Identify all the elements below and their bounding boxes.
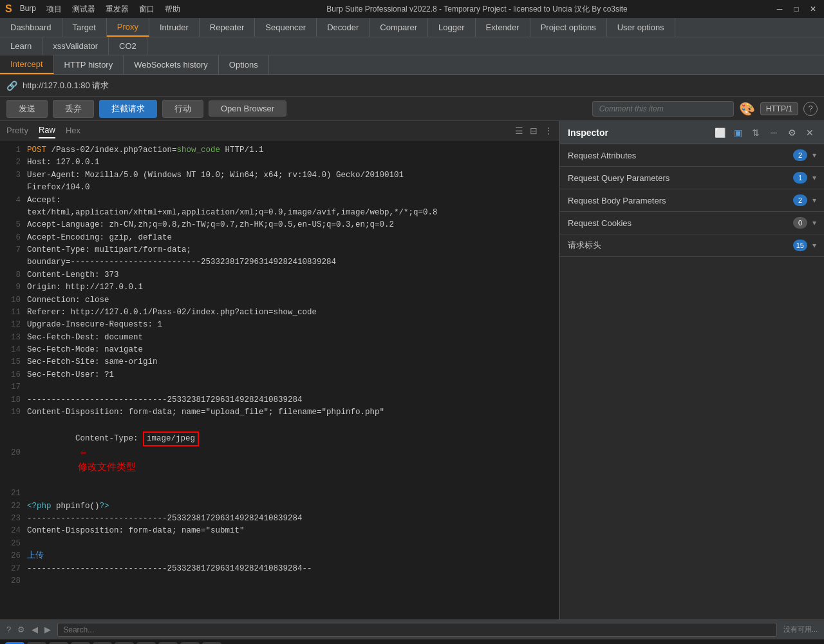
intercept-button[interactable]: 拦截请求 [99,100,157,118]
subtab-http-history[interactable]: HTTP history [54,55,124,74]
inspector-section-header-headers[interactable]: 请求标头 15 ▾ [560,234,824,256]
inspector-badge-attributes: 2 [793,149,807,161]
table-row: 9 Origin: http://127.0.0.1 [0,281,559,294]
list-icon[interactable]: ☰ [515,126,523,136]
tab-sequencer[interactable]: Sequencer [255,18,317,37]
table-row: 6 Accept-Encoding: gzip, deflate [0,232,559,244]
title-bar-left: S Burp 项目 测试器 重发器 窗口 帮助 [5,3,180,15]
inspector-gear-icon[interactable]: ⚙ [785,128,798,138]
tab-repeater[interactable]: Repeater [200,18,255,37]
subtab-options[interactable]: Options [219,55,269,74]
inspector-icon-1[interactable]: ⬜ [713,128,726,138]
palette-icon[interactable]: 🎨 [739,101,755,117]
taskbar-item-10[interactable]: 🗑 [202,642,221,645]
tab-proxy[interactable]: Proxy [107,18,149,37]
tab-dashboard[interactable]: Dashboard [0,18,62,37]
taskbar-item-7[interactable]: 🔲 [136,642,156,645]
inspector-section-header-body[interactable]: Request Body Parameters 2 ▾ [560,189,824,211]
url-bar: 🔗 http://127.0.0.1:80 请求 [0,75,824,97]
tab-intruder[interactable]: Intruder [149,18,200,37]
table-row: 1 POST /Pass-02/index.php?action=show_co… [0,144,559,156]
code-area[interactable]: 1 POST /Pass-02/index.php?action=show_co… [0,140,559,620]
taskbar-item-2[interactable]: 🌐 [27,642,46,645]
inspector-icon-sort[interactable]: ⇅ [749,128,762,138]
taskbar-item-5[interactable]: 🦊 [93,642,112,645]
tab-comparer[interactable]: Comparer [370,18,428,37]
menu-dots-icon[interactable]: ⋮ [544,126,553,136]
help-icon[interactable]: ? [803,102,818,116]
table-row: boundary=---------------------------2533… [0,256,559,269]
search-input[interactable] [57,623,777,637]
toolbar: 发送 丢弃 拦截请求 行动 Open Browser 🎨 HTTP/1 ? [0,97,824,121]
url-text: http://127.0.0.1:80 请求 [23,80,109,91]
comment-input[interactable] [592,101,734,117]
taskbar-item-6[interactable]: 📝 [115,642,134,645]
action-button[interactable]: 行动 [162,100,203,118]
menu-window[interactable]: 窗口 [139,4,154,15]
inspector-section-header-cookies[interactable]: Request Cookies 0 ▾ [560,212,824,234]
subtab-websockets[interactable]: WebSockets history [124,55,219,74]
tab-co2[interactable]: CO2 [109,37,147,55]
menu-resend[interactable]: 重发器 [106,4,129,15]
columns-icon[interactable]: ⊟ [530,126,538,136]
editor-tab-hex[interactable]: Hex [66,123,80,138]
table-row: 22 <?php phpinfo()?> [0,500,559,513]
close-button[interactable]: ✕ [807,5,819,14]
inspector-badge-body: 2 [793,194,807,206]
inspector-badge-headers: 15 [793,240,807,251]
back-icon[interactable]: ◀ [32,625,38,634]
tab-decoder[interactable]: Decoder [317,18,370,37]
tab-extender[interactable]: Extender [476,18,530,37]
annotation-text: 修改文件类型 [78,462,136,473]
tab-xssvalidator[interactable]: xssValidator [42,37,109,55]
tab-target[interactable]: Target [62,18,107,37]
inspector-icon-minus[interactable]: ─ [767,128,780,138]
table-row: 10 Connection: close [0,294,559,307]
table-row: Firefox/104.0 [0,182,559,194]
inspector-header: Inspector ⬜ ▣ ⇅ ─ ⚙ ✕ [560,121,824,144]
editor-tabs: Pretty Raw Hex ☰ ⊟ ⋮ [0,121,559,140]
open-browser-button[interactable]: Open Browser [209,100,286,117]
maximize-button[interactable]: □ [791,5,802,14]
inspector-section-header-attributes[interactable]: Request Attributes 2 ▾ [560,144,824,166]
tab-logger[interactable]: Logger [428,18,475,37]
toolbar-icons: 🎨 HTTP/1 ? [739,101,818,117]
taskbar-item-4[interactable]: 📁 [71,642,90,645]
table-row: 16 Sec-Fetch-User: ?1 [0,369,559,381]
table-row: 2 Host: 127.0.0.1 [0,156,559,169]
taskbar-item-1[interactable]: S [5,642,24,645]
table-row: 26 上传 [0,550,559,562]
send-button[interactable]: 发送 [6,100,48,118]
menu-test[interactable]: 测试器 [72,4,95,15]
settings-icon[interactable]: ⚙ [17,625,25,634]
chevron-down-icon-3: ▾ [812,196,816,205]
table-row: 4 Accept: [0,194,559,207]
tab-learn[interactable]: Learn [0,37,42,55]
menu-help[interactable]: 帮助 [165,4,180,15]
minimize-button[interactable]: ─ [774,5,785,14]
tab-user-options[interactable]: User options [607,18,675,37]
chevron-down-icon-5: ▾ [812,241,816,250]
menu-project[interactable]: 项目 [46,4,62,15]
inspector-section-title-cookies: Request Cookies [568,218,793,228]
taskbar-item-8[interactable]: ⬛ [158,642,178,645]
menu-burp[interactable]: Burp [20,4,36,15]
table-row: 24 Content-Disposition: form-data; name=… [0,525,559,537]
help-circle-icon[interactable]: ? [6,625,11,634]
inspector-section-header-query[interactable]: Request Query Parameters 1 ▾ [560,167,824,189]
chevron-down-icon: ▾ [812,151,816,160]
taskbar-item-3[interactable]: 🐬 [49,642,68,645]
inspector-section-title-body: Request Body Parameters [568,196,793,205]
table-row: 18 -----------------------------25332381… [0,394,559,406]
forward-icon[interactable]: ▶ [44,625,51,634]
inspector-close-icon[interactable]: ✕ [803,128,816,138]
editor-tab-raw[interactable]: Raw [39,122,55,138]
taskbar-item-9[interactable]: 💻 [180,642,200,645]
table-row: 12 Upgrade-Insecure-Requests: 1 [0,319,559,331]
table-row: 17 [0,381,559,393]
discard-button[interactable]: 丢弃 [53,100,94,118]
editor-tab-pretty[interactable]: Pretty [6,123,28,138]
tab-project-options[interactable]: Project options [530,18,607,37]
subtab-intercept[interactable]: Intercept [0,55,54,74]
inspector-icon-2[interactable]: ▣ [731,128,744,138]
